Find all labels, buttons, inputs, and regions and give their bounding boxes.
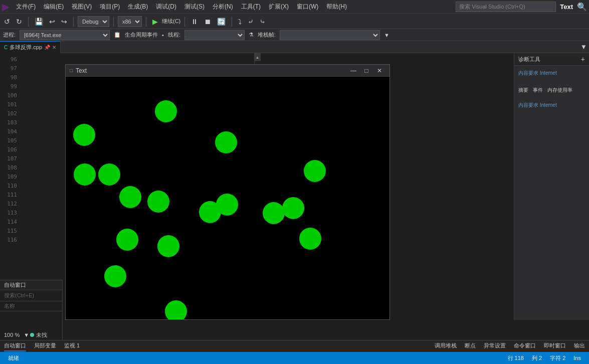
menu-extensions[interactable]: 扩展(X) xyxy=(265,2,293,12)
menu-debug[interactable]: 调试(D) xyxy=(152,2,180,12)
bottom-tab-auto[interactable]: 自动窗口 xyxy=(4,341,26,351)
filter-icon: ⚗ xyxy=(249,32,254,38)
debug-config-dropdown[interactable]: Debug xyxy=(78,16,109,27)
continue-btn[interactable]: ▶ xyxy=(150,17,160,27)
status-char[interactable]: 字符 2 xyxy=(546,352,569,364)
zoom-dropdown[interactable]: ▼ xyxy=(24,332,29,338)
stack-label: 堆栈帧: xyxy=(258,31,276,39)
continue-label: 继续(C) xyxy=(162,18,180,25)
process-label: 进程: xyxy=(3,31,16,39)
status-col[interactable]: 列 2 xyxy=(528,352,546,364)
status-ins[interactable]: Ins xyxy=(569,352,585,364)
bottom-tab-command[interactable]: 命令窗口 xyxy=(514,341,536,351)
zoom-area: 100 % ▼ xyxy=(0,330,29,340)
ball-14 xyxy=(157,235,179,257)
expand-icon[interactable]: ▼ xyxy=(384,32,389,38)
name-col-label: 名称 xyxy=(4,303,15,309)
bottom-tab-breakpoints[interactable]: 断点 xyxy=(465,341,476,351)
bottom-tab-watch[interactable]: 监视 1 xyxy=(64,341,80,351)
lifecycle-icon: 📋 xyxy=(114,32,121,38)
tab-pin-icon[interactable]: 📌 xyxy=(44,45,50,50)
stop-btn[interactable]: ⏹ xyxy=(202,17,213,27)
lifecycle-label: 生命周期事件 xyxy=(125,31,158,39)
stack-dropdown[interactable] xyxy=(280,30,380,40)
back-btn[interactable]: ↺ xyxy=(2,17,12,27)
search-placeholder: 搜索 Visual Studio (Ctrl+Q) xyxy=(459,3,525,11)
diag-tab-summary[interactable]: 摘要 xyxy=(518,87,528,93)
menu-project[interactable]: 项目(P) xyxy=(96,2,124,12)
ball-5 xyxy=(98,163,120,186)
process-bar: 进程: [6964] Text.exe 📋 生命周期事件 • 线程: ⚗ 堆栈帧… xyxy=(0,29,589,41)
pause-btn[interactable]: ⏸ xyxy=(189,17,200,27)
ball-15 xyxy=(299,228,321,250)
forward-btn[interactable]: ↻ xyxy=(14,17,24,27)
sep3 xyxy=(113,17,114,27)
auto-window-title: 自动窗口 xyxy=(4,281,26,289)
ball-7 xyxy=(119,186,141,208)
sep1 xyxy=(28,17,29,27)
auto-window-col: 名称 xyxy=(0,301,62,311)
diag-tab-events[interactable]: 事件 xyxy=(533,87,543,93)
win-close-btn[interactable]: ✕ xyxy=(373,66,385,76)
window-search-icon[interactable]: 🔍 xyxy=(577,2,587,12)
zoom-value: 100 % xyxy=(0,332,24,338)
win-minimize-btn[interactable]: — xyxy=(347,66,359,76)
sep5 xyxy=(184,17,185,27)
redo-btn[interactable]: ↪ xyxy=(59,17,69,27)
bottom-tab-immediate[interactable]: 即时窗口 xyxy=(544,341,566,351)
ball-1 xyxy=(155,100,177,122)
ball-13 xyxy=(116,229,138,251)
win-app-icon: □ xyxy=(70,68,73,73)
text-window-titlebar[interactable]: □ Text — □ ✕ xyxy=(66,65,389,77)
diag-internet-link-1[interactable]: 内容要求 Internet xyxy=(518,70,585,77)
restart-btn[interactable]: 🔄 xyxy=(215,17,228,27)
menu-view[interactable]: 视图(V) xyxy=(68,2,96,12)
win-maximize-btn[interactable]: □ xyxy=(360,66,372,76)
menu-file[interactable]: 文件(F) xyxy=(12,2,40,12)
diag-internet-link-2[interactable]: 内容要求 Internet xyxy=(518,102,585,109)
status-ready: 就绪 xyxy=(4,352,23,364)
undo-btn[interactable]: ↩ xyxy=(47,17,57,27)
status-row[interactable]: 行 118 xyxy=(504,352,528,364)
dot-sep: • xyxy=(162,32,164,38)
process-dropdown[interactable]: [6964] Text.exe xyxy=(20,30,110,40)
bottom-tab-local[interactable]: 局部变量 xyxy=(34,341,56,351)
auto-window-search[interactable]: 搜索(Ctrl+E) xyxy=(0,290,62,301)
menu-edit[interactable]: 编辑(E) xyxy=(40,2,68,12)
search-box[interactable]: 搜索 Visual Studio (Ctrl+Q) xyxy=(456,2,556,12)
scroll-up-btn[interactable]: ▲ xyxy=(255,53,261,61)
step-over[interactable]: ⤵ xyxy=(236,17,244,27)
status-right: 行 118 列 2 字符 2 Ins xyxy=(504,352,585,364)
tab-cpp[interactable]: C 多球反弹.cpp 📌 ✕ xyxy=(0,41,61,53)
toolbar: ↺ ↻ 💾 ↩ ↪ Debug x86 ▶ 继续(C) ⏸ ⏹ 🔄 ⤵ ⤶ ⤷ xyxy=(0,14,589,29)
step-out[interactable]: ⤷ xyxy=(258,17,268,27)
win-title-label: Text xyxy=(76,67,344,74)
tab-cpp-icon: C xyxy=(4,45,8,50)
ball-4 xyxy=(74,163,96,186)
bottom-tab-exceptions[interactable]: 异常设置 xyxy=(484,341,506,351)
platform-dropdown[interactable]: x86 xyxy=(118,16,142,27)
menu-help[interactable]: 帮助(H) xyxy=(322,2,351,12)
window-title: Text xyxy=(560,3,573,11)
tab-close-btn[interactable]: ✕ xyxy=(52,45,56,50)
bottom-tab-callstack[interactable]: 调用堆栈 xyxy=(435,341,457,351)
ball-12 xyxy=(282,197,304,219)
sep2 xyxy=(73,17,74,27)
status-bar: 就绪 行 118 列 2 字符 2 Ins xyxy=(0,352,589,364)
save-btn[interactable]: 💾 xyxy=(33,17,45,27)
thread-label: 线程: xyxy=(168,31,180,39)
bottom-tab-output[interactable]: 输出 xyxy=(574,341,585,351)
menu-test[interactable]: 测试(S) xyxy=(180,2,209,12)
tab-bar: C 多球反弹.cpp 📌 ✕ ▼ xyxy=(0,41,589,53)
menu-tools[interactable]: 工具(T) xyxy=(237,2,265,12)
thread-dropdown[interactable] xyxy=(184,30,245,40)
tab-dropdown-btn[interactable]: ▼ xyxy=(578,43,589,51)
menu-window[interactable]: 窗口(W) xyxy=(293,2,322,12)
menu-bar: ▶ 文件(F) 编辑(E) 视图(V) 项目(P) 生成(B) 调试(D) 测试… xyxy=(0,0,589,14)
diag-tab-memory[interactable]: 内存使用率 xyxy=(547,87,572,93)
text-window: □ Text — □ ✕ xyxy=(65,64,390,320)
step-into[interactable]: ⤶ xyxy=(246,17,256,27)
menu-build[interactable]: 生成(B) xyxy=(124,2,152,12)
menu-analyze[interactable]: 分析(N) xyxy=(209,2,237,12)
diag-plus-btn[interactable]: + xyxy=(581,55,585,63)
